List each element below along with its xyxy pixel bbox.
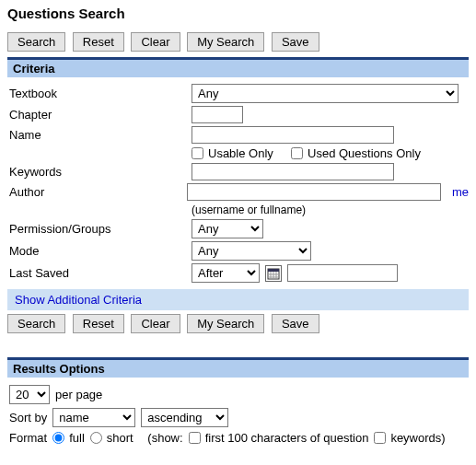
clear-button[interactable]: Clear [131, 32, 180, 52]
used-only-option[interactable]: Used Questions Only [291, 146, 421, 160]
mode-label: Mode [7, 244, 192, 258]
show-keywords-checkbox[interactable] [374, 432, 386, 444]
keywords-input[interactable] [192, 163, 394, 180]
author-label: Author [7, 185, 187, 199]
author-hint: (username or fullname) [192, 203, 306, 216]
format-short-radio[interactable] [90, 432, 102, 444]
clear-button-2[interactable]: Clear [131, 314, 180, 333]
show-label: (show: [147, 431, 182, 445]
my-search-button[interactable]: My Search [187, 32, 264, 52]
format-full-radio[interactable] [52, 432, 64, 444]
show-keywords-label: keywords) [390, 431, 445, 445]
usable-only-option[interactable]: Usable Only [192, 146, 273, 160]
save-button[interactable]: Save [272, 32, 319, 52]
usable-only-checkbox[interactable] [192, 147, 203, 159]
top-toolbar: Search Reset Clear My Search Save [7, 32, 469, 52]
calendar-icon[interactable] [265, 265, 282, 282]
keywords-label: Keywords [7, 165, 192, 179]
show-additional-bar: Show Additional Criteria [7, 289, 469, 310]
sort-by-label: Sort by [9, 411, 47, 424]
last-saved-op-select[interactable]: After [192, 263, 260, 283]
sort-dir-select[interactable]: ascending [141, 408, 228, 427]
format-short-option[interactable]: short [90, 431, 134, 445]
me-link[interactable]: me [452, 185, 469, 199]
show-additional-link[interactable]: Show Additional Criteria [15, 293, 142, 307]
first100-option[interactable]: first 100 characters of question [189, 431, 369, 445]
page-title: Questions Search [7, 6, 469, 21]
my-search-button-2[interactable]: My Search [187, 314, 264, 333]
permission-select[interactable]: Any [192, 219, 263, 238]
criteria-header: Criteria [7, 60, 469, 77]
chapter-label: Chapter [7, 108, 192, 122]
first100-checkbox[interactable] [189, 432, 201, 444]
textbook-select[interactable]: Any [192, 84, 459, 103]
sort-by-select[interactable]: name [52, 408, 135, 427]
svg-rect-1 [268, 269, 279, 272]
name-input[interactable] [192, 126, 394, 144]
format-full-label: full [69, 431, 85, 445]
mode-select[interactable]: Any [192, 241, 311, 261]
show-keywords-option[interactable]: keywords) [374, 431, 445, 445]
bottom-toolbar: Search Reset Clear My Search Save [7, 314, 469, 333]
save-button-2[interactable]: Save [272, 314, 319, 333]
textbook-label: Textbook [7, 87, 192, 100]
last-saved-label: Last Saved [7, 266, 192, 280]
results-options: 20 per page Sort by name ascending Forma… [7, 378, 469, 452]
used-only-checkbox[interactable] [291, 147, 303, 159]
reset-button-2[interactable]: Reset [73, 314, 124, 333]
format-short-label: short [107, 431, 134, 445]
first100-label: first 100 characters of question [205, 431, 369, 445]
author-input[interactable] [187, 183, 441, 201]
used-only-label: Used Questions Only [308, 146, 421, 160]
usable-only-label: Usable Only [208, 146, 273, 160]
search-button-2[interactable]: Search [7, 314, 65, 333]
last-saved-input[interactable] [287, 264, 398, 282]
reset-button[interactable]: Reset [73, 32, 124, 52]
results-header: Results Options [7, 360, 469, 378]
permission-label: Permission/Groups [7, 222, 192, 236]
format-full-option[interactable]: full [52, 431, 85, 445]
name-label: Name [7, 128, 192, 142]
per-page-label: per page [55, 388, 102, 401]
criteria-form: Textbook Any Chapter Name Usable Only [7, 77, 469, 289]
search-button[interactable]: Search [7, 32, 65, 52]
format-label: Format [9, 431, 47, 445]
per-page-select[interactable]: 20 [9, 385, 50, 404]
chapter-input[interactable] [192, 106, 243, 123]
